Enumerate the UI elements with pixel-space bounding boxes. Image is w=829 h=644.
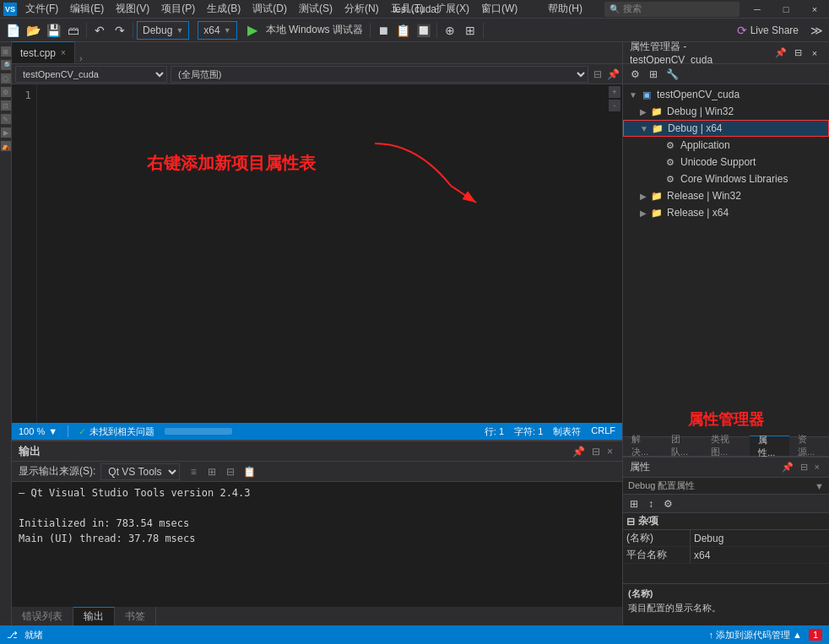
menu-help[interactable]: 帮助(H) — [543, 0, 588, 18]
tree-item-root[interactable]: ▼ ▣ testOpenCV_cuda — [623, 86, 829, 103]
menu-test[interactable]: 测试(S) — [294, 0, 338, 18]
config-dropdown-arrow[interactable]: ▼ — [815, 481, 824, 491]
toolbar-btn2[interactable]: 📋 — [394, 21, 413, 40]
scope-dropdown-2[interactable]: (全局范围) — [171, 66, 588, 83]
pm-pin-btn[interactable]: 📌 — [773, 46, 788, 61]
props-sort-btn[interactable]: ↕ — [643, 496, 658, 511]
tab-output[interactable]: 输出 — [73, 607, 115, 625]
pm-dock-btn[interactable]: ⊟ — [790, 46, 805, 61]
pin-view-btn[interactable]: 📌 — [607, 68, 619, 80]
props-pin-btn[interactable]: 📌 — [779, 462, 796, 473]
tree-item-unicode[interactable]: ▶ ⚙ Unicode Support — [623, 154, 829, 170]
tab-class-view[interactable]: 类视图... — [702, 436, 750, 456]
output-icon-2[interactable]: ⊞ — [203, 463, 220, 480]
maximize-button[interactable]: □ — [775, 0, 797, 19]
sep4 — [436, 23, 437, 38]
minimize-button[interactable]: ─ — [746, 0, 768, 19]
toolbar-btn4[interactable]: ⊕ — [441, 21, 459, 40]
output-source-select[interactable]: Qt VS Tools — [100, 463, 180, 480]
menu-project[interactable]: 项目(P) — [156, 0, 200, 18]
close-button[interactable]: × — [804, 0, 826, 19]
tree-view[interactable]: ▼ ▣ testOpenCV_cuda ▶ 📁 Debug | Win32 ▼ … — [623, 84, 829, 403]
run-button[interactable]: ▶ — [244, 22, 261, 38]
search-box[interactable]: 🔍 搜索 — [604, 2, 740, 17]
zoom-level[interactable]: 100 % ▼ — [19, 426, 57, 436]
code-content[interactable] — [37, 84, 622, 423]
open-file-btn[interactable]: 📂 — [24, 21, 42, 40]
editor-tab-test-cpp[interactable]: test.cpp × — [12, 41, 75, 63]
scroll-up-btn[interactable]: + — [609, 86, 620, 98]
add-source-control[interactable]: ↑ 添加到源代码管理 ▲ — [708, 629, 802, 641]
props-grid-btn[interactable]: ⊞ — [626, 496, 642, 511]
tab-close-btn[interactable]: × — [61, 48, 66, 57]
debug-config-dropdown[interactable]: Debug ▼ — [137, 21, 189, 40]
tree-item-debug-win32[interactable]: ▶ 📁 Debug | Win32 — [623, 103, 829, 120]
menu-extensions[interactable]: 扩展(X) — [431, 0, 474, 18]
pm-toolbar-icon3[interactable]: 🔧 — [664, 66, 680, 83]
warning-badge[interactable]: 1 — [809, 629, 822, 641]
toolbar-btn5[interactable]: ⊞ — [461, 21, 480, 40]
output-icon-1[interactable]: ≡ — [185, 463, 202, 480]
tab-scroll-right[interactable]: › — [75, 53, 87, 63]
toolbar-btn1[interactable]: ⏹ — [374, 21, 393, 40]
props-dock-btn[interactable]: ⊟ — [798, 462, 810, 473]
tab-error-list[interactable]: 错误列表 — [12, 607, 73, 625]
props-close-btn[interactable]: × — [812, 462, 822, 473]
sidebar-icon-4[interactable]: ⚙ — [1, 87, 11, 97]
sidebar-icon-7[interactable]: ▶ — [1, 127, 11, 138]
sidebar-icon-1[interactable]: ⊞ — [1, 46, 11, 57]
release-x64-toggle[interactable]: ▶ — [637, 208, 650, 218]
sidebar-icon-3[interactable]: ⬡ — [1, 73, 11, 84]
tree-item-application[interactable]: ▶ ⚙ Application — [623, 137, 829, 154]
menu-window[interactable]: 窗口(W) — [476, 0, 523, 18]
tree-item-core-windows[interactable]: ▶ ⚙ Core Windows Libraries — [623, 170, 829, 187]
root-toggle[interactable]: ▼ — [626, 90, 640, 100]
menu-edit[interactable]: 编辑(E) — [65, 0, 109, 18]
tab-properties[interactable]: 属性... — [750, 436, 789, 456]
menu-debug[interactable]: 调试(D) — [247, 0, 292, 18]
pin-output-btn[interactable]: 📌 — [570, 446, 588, 457]
redo-btn[interactable]: ↷ — [111, 21, 129, 40]
tab-bookmarks[interactable]: 书签 — [115, 607, 156, 625]
pm-close-btn[interactable]: × — [807, 46, 822, 61]
output-icon-4[interactable]: 📋 — [241, 463, 257, 480]
tree-item-debug-x64[interactable]: ▼ 📁 Debug | x64 — [623, 120, 829, 137]
arch-dropdown[interactable]: x64 ▼ — [198, 21, 236, 40]
menu-analyze[interactable]: 分析(N) — [339, 0, 384, 18]
tab-solution[interactable]: 解决... — [623, 436, 663, 456]
scroll-thumb[interactable] — [165, 428, 232, 435]
tree-item-release-x64[interactable]: ▶ 📁 Release | x64 — [623, 204, 829, 221]
pm-toolbar-icon1[interactable]: ⚙ — [626, 66, 643, 83]
save-btn[interactable]: 💾 — [44, 21, 62, 40]
debug-win32-toggle[interactable]: ▶ — [637, 107, 650, 116]
sidebar-icon-2[interactable]: 🔎 — [1, 60, 11, 70]
toolbar-btn3[interactable]: 🔲 — [414, 21, 433, 40]
sidebar-icon-8[interactable]: ⛺ — [1, 141, 11, 151]
output-icon-3[interactable]: ⊟ — [222, 463, 239, 480]
scroll-down-btn[interactable]: - — [609, 100, 620, 111]
toolbar-extra-btn[interactable]: ≫ — [807, 21, 826, 40]
sidebar-icon-6[interactable]: ✎ — [1, 114, 11, 124]
run-label[interactable]: 本地 Windows 调试器 — [263, 23, 366, 37]
close-output-btn[interactable]: × — [604, 446, 615, 457]
sidebar-icon-5[interactable]: ⊡ — [1, 100, 11, 111]
pm-toolbar-icon2[interactable]: ⊞ — [645, 66, 662, 83]
menu-file[interactable]: 文件(F) — [20, 0, 63, 18]
zoom-dropdown-arrow[interactable]: ▼ — [48, 426, 57, 436]
code-editor[interactable]: 1 + - 右键添加新项目属性表 — [12, 84, 622, 423]
release-win32-toggle[interactable]: ▶ — [637, 192, 650, 201]
debug-x64-toggle[interactable]: ▼ — [637, 124, 651, 133]
new-file-btn[interactable]: 📄 — [3, 21, 22, 40]
menu-build[interactable]: 生成(B) — [202, 0, 246, 18]
tab-resources[interactable]: 资源... — [789, 436, 829, 456]
props-settings-btn[interactable]: ⚙ — [660, 496, 675, 511]
tree-item-release-win32[interactable]: ▶ 📁 Release | Win32 — [623, 187, 829, 204]
live-share-button[interactable]: ⟳ Live Share — [730, 22, 805, 39]
split-view-btn[interactable]: ⊟ — [592, 68, 604, 80]
tab-team[interactable]: 团队... — [663, 436, 702, 456]
scope-dropdown-1[interactable]: testOpenCV_cuda — [15, 66, 167, 83]
dock-output-btn[interactable]: ⊟ — [589, 446, 603, 457]
menu-view[interactable]: 视图(V) — [111, 0, 154, 18]
undo-btn[interactable]: ↶ — [90, 21, 109, 40]
save-all-btn[interactable]: 🗃 — [64, 21, 83, 40]
